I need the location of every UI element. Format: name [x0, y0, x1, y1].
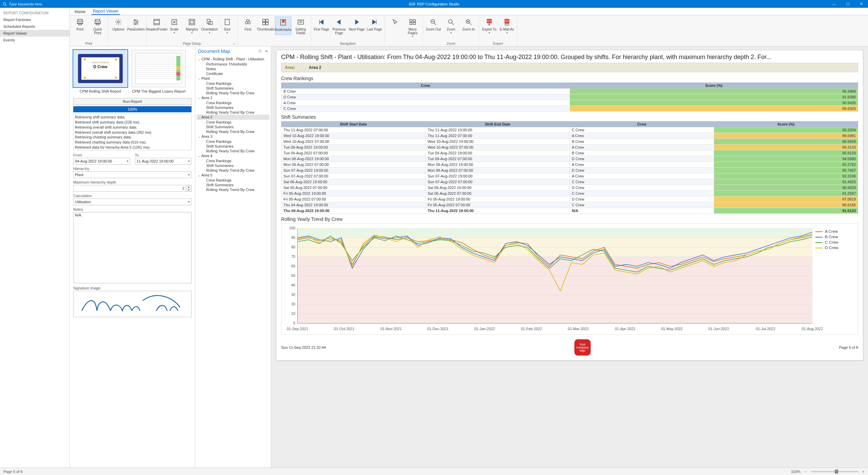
- docmap-node[interactable]: Rolling Yearly Trend By Crew: [197, 129, 270, 134]
- docmap-node[interactable]: Crew Rankings: [197, 100, 270, 105]
- ribbon-find-button[interactable]: Find: [240, 17, 256, 35]
- docmap-node[interactable]: Shift Summaries: [197, 183, 270, 187]
- docmap-node[interactable]: ⌵Area 3: [197, 134, 270, 139]
- ribbon-mouse-button[interactable]: [387, 17, 403, 38]
- tree-toggle-icon[interactable]: ⌵: [198, 115, 201, 119]
- to-input[interactable]: 11-Aug-2022 19:00:00▾: [135, 158, 192, 165]
- docmap-node[interactable]: Shift Summaries: [197, 144, 270, 149]
- ribbon-zoom-in-button[interactable]: Zoom In: [460, 17, 477, 34]
- docmap-node[interactable]: Crew Rankings: [197, 120, 270, 125]
- chevron-down-icon[interactable]: ▼: [186, 188, 191, 191]
- docmap-node[interactable]: Shift Summaries: [197, 163, 270, 168]
- docmap-node[interactable]: Crew Rankings: [197, 158, 270, 163]
- zoom-icon: [446, 17, 456, 27]
- docmap-node[interactable]: ⌵Area 5: [197, 173, 270, 178]
- tab-home[interactable]: Home: [73, 9, 87, 15]
- docmap-node[interactable]: Rolling Yearly Trend By Crew: [197, 168, 270, 173]
- docmap-node[interactable]: Shift Summaries: [197, 86, 270, 91]
- zoom-in-icon[interactable]: +: [863, 470, 865, 474]
- docmap-node[interactable]: Crew Rankings: [197, 139, 270, 144]
- table-row: Sun 07-Aug-2022 07:00:00Sun 07-Aug-2022 …: [281, 173, 858, 179]
- zoom-slider[interactable]: [811, 471, 859, 472]
- tree-toggle-icon[interactable]: ⌵: [198, 134, 201, 139]
- docmap-node[interactable]: Performance Thresholds: [197, 62, 270, 66]
- docmap-node[interactable]: ⌵Area 2: [197, 115, 270, 120]
- docmap-node[interactable]: Notes: [197, 66, 270, 71]
- ribbon-print-button[interactable]: Print: [72, 17, 88, 35]
- close-icon[interactable]: ✕: [265, 49, 268, 54]
- tree-toggle-icon[interactable]: ⌵: [198, 173, 201, 177]
- ribbon-parameters-button[interactable]: Parameters: [128, 17, 144, 31]
- ribbon-options-button[interactable]: Options: [110, 17, 126, 31]
- hierarchy-select[interactable]: Plant▾: [73, 171, 192, 178]
- docmap-node[interactable]: Rolling Yearly Trend By Crew: [197, 149, 270, 153]
- cell-score: 96.9428: [714, 139, 858, 145]
- leftnav-item-report-factories[interactable]: Report Factories: [0, 16, 70, 23]
- docmap-node[interactable]: Crew Rankings: [197, 81, 270, 86]
- ribbon-thumbnails-button[interactable]: Thumbnails: [257, 17, 274, 35]
- tab-report-viewer[interactable]: Report Viewer: [92, 8, 120, 15]
- tree-toggle-icon[interactable]: ⌵: [198, 154, 201, 158]
- minimize-button[interactable]: —: [827, 0, 841, 8]
- docmap-node[interactable]: Shift Summaries: [197, 125, 270, 129]
- global-search[interactable]: Type keywords here: [3, 2, 42, 6]
- maximize-button[interactable]: ▢: [841, 0, 854, 8]
- run-report-button[interactable]: Run Report: [73, 98, 192, 105]
- svg-text:01-Sep-2021: 01-Sep-2021: [287, 327, 308, 331]
- docmap-node[interactable]: Shift Summaries: [197, 105, 270, 110]
- ribbon-scale-button[interactable]: Scale▾: [166, 17, 182, 34]
- docmap-node[interactable]: ⌵CPM - Rolling Shift - Plant - Utilisati…: [197, 57, 270, 62]
- ribbon-bookmarks-button[interactable]: Bookmarks: [275, 17, 291, 35]
- report-viewer-surface[interactable]: CPM - Rolling Shift - Plant - Utilisatio…: [271, 46, 868, 468]
- ribbon-e-mail-as-button[interactable]: PDFE-Mail As▾: [499, 17, 515, 34]
- leftnav-item-scheduled-reports[interactable]: Scheduled Reports: [0, 23, 70, 30]
- docmap-node[interactable]: ⌵Area 1: [197, 95, 270, 100]
- chevron-up-icon[interactable]: ▲: [186, 185, 191, 188]
- docmap-node[interactable]: Rolling Yearly Trend By Crew: [197, 110, 270, 115]
- docmap-node[interactable]: Certificate: [197, 71, 270, 76]
- cell-crew: A Crew: [281, 100, 570, 106]
- calc-select[interactable]: Utilisation▾: [73, 198, 192, 205]
- docmap-node[interactable]: ⌵Area 4: [197, 153, 270, 158]
- cell-crew: N/A: [570, 208, 714, 214]
- docmap-node[interactable]: Rolling Yearly Trend By Crew: [197, 187, 270, 192]
- report-thumb[interactable]: CPM The Biggest Losers Report: [132, 50, 186, 93]
- ribbon-last-page-button[interactable]: Last Page: [366, 17, 382, 35]
- ribbon-export-to-button[interactable]: PDFExport To▾: [481, 17, 497, 34]
- maxdepth-stepper[interactable]: ▲▼: [186, 185, 192, 192]
- tree-toggle-icon[interactable]: ⌵: [198, 96, 201, 100]
- leftnav-item-events[interactable]: Events: [0, 37, 70, 43]
- ribbon-many-pages-button[interactable]: Many Pages▾: [405, 17, 421, 38]
- ribbon-next-page-button[interactable]: Next Page: [349, 17, 365, 35]
- tree-toggle-icon[interactable]: ⌵: [198, 57, 201, 61]
- ribbon-margins-button[interactable]: Margins▾: [184, 17, 200, 34]
- ribbon-quick-print-button[interactable]: Quick Print: [90, 17, 106, 35]
- zoom-out-icon[interactable]: −: [805, 470, 807, 474]
- from-input[interactable]: 04-Aug-2022 19:00:00▾: [73, 158, 130, 165]
- trend-chart: 010203040506070809010001-Sep-202101-Oct-…: [281, 223, 858, 335]
- cell-end: Sat 06-Aug-2022 07:00:00: [426, 191, 570, 196]
- chevron-down-icon: ▾: [127, 159, 129, 163]
- close-button[interactable]: ✕: [854, 0, 868, 8]
- pin-icon[interactable]: ⊓: [258, 49, 261, 54]
- tree-toggle-icon[interactable]: ⌵: [198, 76, 201, 81]
- report-thumb[interactable]: PERFORMERD CrewCPM Rolling Shift Report: [73, 50, 127, 93]
- leftnav-item-report-viewer[interactable]: Report Viewer: [0, 30, 70, 37]
- ribbon-previous-page-button[interactable]: Previous Page: [331, 17, 347, 35]
- docmap-node[interactable]: Rolling Yearly Trend By Crew: [197, 91, 270, 95]
- docmap-node[interactable]: ⌵Plant: [197, 76, 270, 81]
- log-output[interactable]: Retrieving shift summary data.Retrieved …: [73, 114, 192, 150]
- maxdepth-input[interactable]: 2: [73, 185, 186, 192]
- ribbon-label: Header/Footer: [146, 27, 167, 31]
- ribbon-first-page-button[interactable]: First Page: [313, 17, 330, 35]
- ribbon-zoom-out-button[interactable]: Zoom Out: [425, 17, 441, 34]
- ribbon-header/footer-button[interactable]: Header/Footer: [149, 17, 165, 34]
- ribbon-editing-fields-button[interactable]: Editing Fields: [293, 17, 309, 35]
- ribbon-size-button[interactable]: Size▾: [219, 17, 235, 34]
- dialog-launcher-icon[interactable]: ↘: [233, 42, 235, 45]
- svg-rect-15: [154, 19, 160, 25]
- docmap-node[interactable]: Crew Rankings: [197, 178, 270, 183]
- notes-input[interactable]: N/A.: [73, 212, 192, 283]
- ribbon-orientation-button[interactable]: Orientation▾: [201, 17, 218, 34]
- ribbon-zoom-button[interactable]: Zoom▾: [443, 17, 459, 34]
